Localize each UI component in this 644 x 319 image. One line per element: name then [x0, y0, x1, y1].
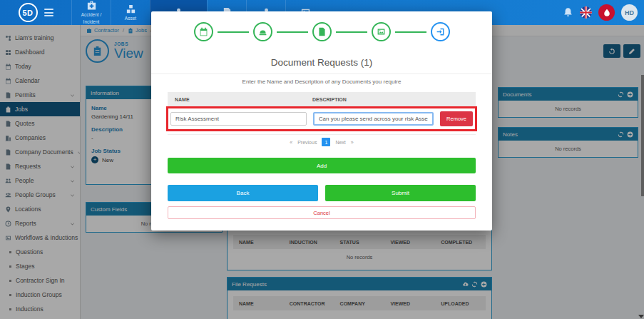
topbar-right: HD: [563, 0, 644, 25]
step-connector: [336, 31, 367, 33]
sign-in-icon: [436, 27, 445, 36]
back-button[interactable]: Back: [168, 185, 318, 201]
pagination-next[interactable]: Next: [335, 140, 345, 145]
step-connector: [218, 31, 249, 33]
add-button[interactable]: Add: [168, 158, 476, 173]
app-screen: 5D Accident / Incident Asset: [0, 0, 644, 319]
document-description-input[interactable]: [313, 112, 434, 126]
pagination-prev[interactable]: Previous: [297, 140, 317, 145]
step-connector: [395, 31, 426, 33]
wizard-stepper: [151, 11, 492, 41]
app-logo[interactable]: 5D: [19, 3, 38, 22]
document-requests-modal: Document Requests (1) Enter the Name and…: [151, 11, 492, 231]
column-header-name: NAME: [168, 97, 312, 102]
submit-button[interactable]: Submit: [325, 185, 476, 201]
modal-subtitle: Enter the Name and Description of any Do…: [151, 79, 492, 85]
pagination-prev-arrow[interactable]: «: [290, 140, 292, 145]
step-connector: [277, 31, 308, 33]
asset-boxes-icon: [126, 4, 136, 14]
pagination-next-arrow[interactable]: »: [351, 140, 354, 145]
document-icon: [317, 27, 327, 36]
notifications-bell-icon[interactable]: [563, 7, 573, 18]
document-name-input[interactable]: [170, 112, 307, 126]
tab-asset[interactable]: Asset: [111, 0, 150, 25]
logo-zone: 5D: [0, 0, 71, 25]
step-documents[interactable]: [312, 22, 332, 41]
table-bottom-divider: [168, 134, 476, 135]
column-header-description: DESCRIPTION: [312, 97, 347, 102]
tab-label: Incident: [83, 19, 100, 25]
remove-button[interactable]: Remove: [440, 111, 473, 126]
flame-icon: [603, 9, 611, 17]
pagination-page-1[interactable]: 1: [322, 138, 330, 146]
step-details[interactable]: [194, 22, 213, 41]
tab-accident-incident[interactable]: Accident / Incident: [71, 0, 111, 25]
step-submit[interactable]: [431, 22, 450, 41]
step-images[interactable]: [372, 22, 391, 41]
modal-divider: [151, 74, 492, 74]
modal-footer-row: Back Submit: [168, 185, 476, 201]
user-avatar[interactable]: HD: [621, 4, 638, 21]
image-icon: [377, 27, 386, 36]
tab-label: Accident /: [81, 12, 102, 18]
modal-title: Document Requests (1): [151, 57, 492, 68]
cancel-button[interactable]: Cancel: [168, 206, 476, 219]
uk-flag-icon[interactable]: [580, 6, 592, 19]
tab-label: Asset: [125, 16, 136, 21]
pagination: « Previous 1 Next »: [151, 138, 492, 146]
calendar-icon: [199, 27, 208, 36]
step-safety[interactable]: [253, 22, 272, 41]
modal-table-header: NAME DESCRIPTION: [168, 92, 476, 106]
hamburger-menu-icon[interactable]: [44, 9, 53, 16]
document-request-row-highlighted: Remove: [166, 106, 477, 131]
hard-hat-icon: [258, 27, 267, 36]
alert-badge[interactable]: [598, 4, 615, 21]
medical-case-icon: [86, 0, 97, 11]
